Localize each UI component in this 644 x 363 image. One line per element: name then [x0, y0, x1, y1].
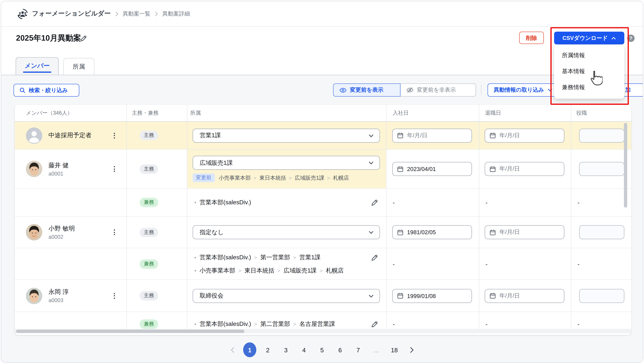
avatar-photo	[26, 287, 42, 304]
date-input[interactable]: 2023/04/01	[392, 162, 472, 176]
empty-value-dash: -	[393, 199, 395, 206]
position-input[interactable]	[579, 129, 624, 142]
date-value: 2023/04/01	[407, 166, 436, 172]
kebab-menu-button[interactable]	[109, 164, 119, 174]
date-input[interactable]: 年/月/日	[392, 129, 472, 142]
table-cell: 兼務	[126, 312, 187, 329]
before-change-row: 変更前小売事業本部＞東日本統括＞広域販売1課＞札幌店	[192, 174, 386, 182]
position-input[interactable]	[579, 289, 624, 303]
kebab-menu-button[interactable]	[109, 227, 119, 237]
edit-concurrent-button[interactable]	[370, 320, 379, 328]
breadcrumb-item-plan-list[interactable]: 異動案一覧	[123, 10, 150, 18]
column-header-retire: 退職日	[485, 105, 501, 121]
app-title: フォーメーションビルダー	[32, 10, 111, 18]
pagination-prev-button[interactable]	[224, 342, 241, 357]
concurrent-org-item: ●小売事業本部＞東日本統括＞広域販売1課＞札幌店	[187, 266, 344, 274]
calendar-icon	[397, 132, 403, 138]
calendar-icon	[490, 293, 496, 299]
pagination-ellipsis: …	[367, 342, 385, 357]
org-select[interactable]: 取締役会	[192, 289, 380, 303]
org-path: 小売事業本部＞東日本統括＞広域販売1課＞札幌店	[200, 266, 344, 274]
csv-menu-item-2[interactable]: 基本情報	[554, 63, 624, 79]
path-separator-icon: ＞	[235, 267, 244, 273]
pagination-next-button[interactable]	[403, 342, 420, 357]
kebab-menu-button[interactable]	[109, 291, 119, 301]
path-separator-icon: ＞	[317, 267, 326, 273]
chevron-right-icon	[115, 11, 118, 16]
date-input[interactable]: 年/月/日	[485, 225, 564, 239]
horizontal-scrollbar[interactable]	[16, 330, 244, 333]
table-cell: 広域販売1課変更前小売事業本部＞東日本統括＞広域販売1課＞札幌店	[187, 150, 386, 188]
table-cell: 藤井 健a0001	[15, 150, 126, 188]
org-select[interactable]: 営業1課	[192, 129, 380, 142]
date-input[interactable]: 1999/01/08	[392, 289, 472, 303]
org-select-value: 営業1課	[200, 132, 221, 139]
edit-concurrent-button[interactable]	[370, 198, 379, 206]
delete-button[interactable]: 削除	[519, 32, 544, 44]
calendar-icon	[490, 132, 496, 138]
edit-title-button[interactable]	[79, 35, 88, 43]
table-cell: 主務	[126, 280, 187, 312]
chevron-down-icon	[368, 161, 374, 165]
empty-value-dash: -	[578, 260, 580, 267]
pagination-page-5[interactable]: 5	[313, 342, 331, 357]
table-rows: 中途採用予定者主務営業1課年/月/日年/月/日藤井 健a0001主務広域販売1課…	[15, 122, 632, 329]
table-cell: 主務	[126, 150, 187, 188]
org-select[interactable]: 指定なし	[192, 225, 380, 239]
calendar-icon	[397, 293, 403, 299]
help-icon[interactable]: ?	[627, 35, 634, 42]
pencil-icon	[80, 35, 87, 42]
search-filter-button[interactable]: 検索・絞り込み	[14, 84, 79, 97]
csv-menu-item-3[interactable]: 兼務情報	[554, 79, 624, 95]
column-header-hire: 入社日	[393, 105, 408, 121]
pagination-page-2[interactable]: 2	[259, 342, 277, 357]
pagination-page-18[interactable]: 18	[385, 342, 403, 357]
column-header-position: 役職	[576, 105, 587, 121]
table-row: 藤井 健a0001主務広域販売1課変更前小売事業本部＞東日本統括＞広域販売1課＞…	[15, 150, 632, 189]
date-input[interactable]: 年/月/日	[485, 129, 564, 142]
pagination-page-3[interactable]: 3	[277, 342, 295, 357]
table-cell: ●営業本部(salesDiv.)	[187, 189, 386, 216]
position-input[interactable]	[579, 225, 624, 239]
table-cell: -	[479, 189, 571, 216]
table-cell: 年/月/日	[386, 122, 479, 149]
table-cell	[15, 189, 126, 216]
tab-members[interactable]: メンバー	[16, 57, 59, 75]
show-before-toggle[interactable]: 変更前を表示	[333, 84, 400, 97]
position-input[interactable]	[579, 162, 624, 176]
org-select[interactable]: 広域販売1課	[192, 156, 380, 170]
app-logo-icon	[17, 8, 28, 20]
date-input[interactable]: 年/月/日	[485, 289, 564, 303]
pagination: 1234567…18	[1, 342, 643, 357]
pagination-page-4[interactable]: 4	[295, 342, 313, 357]
csv-menu-item-1[interactable]: 所属情報	[554, 47, 624, 63]
date-input[interactable]: 年/月/日	[485, 162, 564, 176]
org-path: 小売事業本部＞東日本統括＞広域販売1課＞札幌店	[219, 174, 349, 181]
kebab-menu-button[interactable]	[109, 131, 119, 140]
csv-download-button[interactable]: CSVダウンロード	[554, 32, 624, 45]
bullet-icon: ●	[194, 268, 196, 272]
table-cell: 年/月/日	[479, 150, 571, 188]
role-badge-concurrent: 兼務	[140, 319, 158, 329]
table-cell: 年/月/日	[479, 217, 571, 248]
org-path: 営業本部(salesDiv.)＞第二営業部＞名古屋営業課	[200, 320, 335, 328]
pagination-page-7[interactable]: 7	[349, 342, 367, 357]
table-cell: 年/月/日	[479, 122, 571, 149]
table-cell	[571, 280, 631, 312]
pagination-page-6[interactable]: 6	[331, 342, 349, 357]
table-cell: 指定なし	[187, 217, 386, 248]
vertical-scrollbar[interactable]	[624, 123, 627, 208]
import-transfer-info-button[interactable]: 異動情報の取り込み	[488, 84, 558, 97]
pagination-page-1[interactable]: 1	[241, 342, 259, 357]
hide-before-toggle[interactable]: 変更前を非表示	[400, 84, 476, 97]
date-value: 1981/02/05	[407, 229, 436, 236]
table-row: 兼務●営業本部(salesDiv.)---	[15, 189, 632, 217]
concurrent-org-item: ●営業本部(salesDiv.)＞第二営業部＞名古屋営業課	[187, 320, 335, 328]
calendar-icon	[397, 166, 403, 172]
pencil-icon	[370, 320, 379, 328]
tab-bar: メンバー 所属	[1, 50, 643, 75]
tab-org[interactable]: 所属	[63, 58, 94, 75]
date-input[interactable]: 1981/02/05	[392, 225, 472, 239]
edit-concurrent-button[interactable]	[370, 254, 379, 262]
breadcrumb: フォーメーションビルダー 異動案一覧 異動案詳細	[1, 1, 643, 27]
